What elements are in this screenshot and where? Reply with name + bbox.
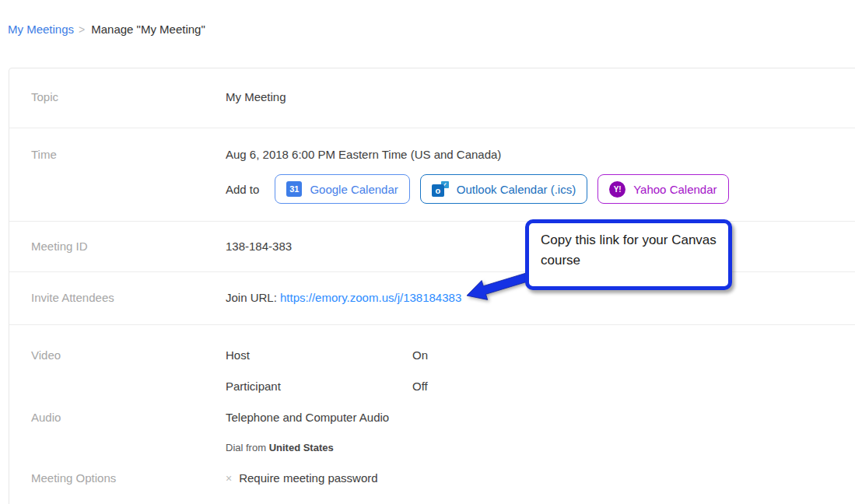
outlook-calendar-icon: ✓ o	[432, 181, 449, 197]
meeting-options-label: Meeting Options	[31, 471, 226, 486]
option-disabled-x-icon: ×	[226, 472, 232, 485]
dial-from-row: Dial from United States	[31, 441, 855, 455]
join-url-prefix: Join URL:	[226, 291, 280, 304]
google-calendar-icon: 31	[286, 181, 302, 197]
join-url-link[interactable]: https://emory.zoom.us/j/138184383	[280, 291, 461, 304]
audio-row: Audio Telephone and Computer Audio	[31, 410, 855, 425]
meeting-options-row: Meeting Options ×Require meeting passwor…	[31, 471, 855, 486]
invite-attendees-label: Invite Attendees	[31, 290, 226, 306]
yahoo-calendar-button-label: Yahoo Calendar	[633, 183, 717, 196]
video-host-value: On	[412, 348, 428, 363]
outlook-calendar-button-label: Outlook Calendar (.ics)	[457, 183, 576, 196]
meeting-id-label: Meeting ID	[31, 239, 226, 254]
topic-value: My Meeting	[226, 89, 286, 105]
yahoo-calendar-icon: Y!	[609, 181, 625, 198]
annotation-callout: Copy this link for your Canvas course	[525, 219, 732, 290]
add-to-calendar-line: Add to 31 Google Calendar ✓ o Outlook Ca…	[226, 174, 739, 204]
video-participant-value: Off	[412, 379, 428, 394]
annotation-callout-text: Copy this link for your Canvas course	[541, 233, 717, 268]
settings-section: Video Host On Participant Off Audio Tele…	[9, 325, 855, 504]
dial-from-country: United States	[269, 442, 334, 453]
outlook-calendar-button[interactable]: ✓ o Outlook Calendar (.ics)	[420, 174, 587, 204]
breadcrumb-separator: >	[79, 23, 85, 36]
audio-label: Audio	[31, 410, 226, 425]
video-host-row: Video Host On	[31, 348, 855, 363]
page-title: Manage "My Meeting"	[91, 23, 205, 36]
time-value: Aug 6, 2018 6:00 PM Eastern Time (US and…	[226, 147, 739, 163]
add-to-label: Add to	[226, 183, 259, 196]
yahoo-calendar-button[interactable]: Y! Yahoo Calendar	[597, 174, 728, 204]
meeting-id-value: 138-184-383	[226, 239, 292, 254]
time-row: Time Aug 6, 2018 6:00 PM Eastern Time (U…	[9, 128, 855, 222]
video-label: Video	[31, 348, 226, 363]
time-label: Time	[31, 147, 226, 204]
video-participant-label: Participant	[226, 379, 412, 394]
google-calendar-button[interactable]: 31 Google Calendar	[275, 174, 409, 204]
topic-label: Topic	[31, 89, 226, 105]
google-calendar-button-label: Google Calendar	[310, 183, 398, 196]
require-password-option-label: Require meeting password	[239, 471, 377, 485]
video-host-label: Host	[226, 348, 412, 363]
video-participant-row: Participant Off	[31, 379, 855, 394]
audio-value: Telephone and Computer Audio	[226, 410, 389, 425]
dial-from-prefix: Dial from	[226, 442, 269, 453]
breadcrumb: My Meetings>Manage "My Meeting"	[8, 22, 855, 37]
breadcrumb-my-meetings-link[interactable]: My Meetings	[8, 23, 74, 36]
topic-row: Topic My Meeting	[9, 68, 855, 128]
